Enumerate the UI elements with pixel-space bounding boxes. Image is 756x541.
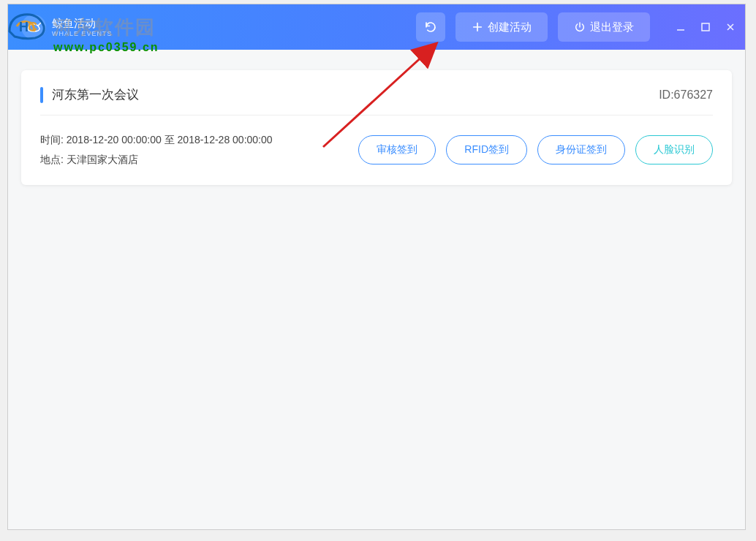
event-actions: 审核签到 RFID签到 身份证签到 人脸识别 (358, 135, 713, 164)
card-header: 河东第一次会议 ID:676327 (40, 86, 713, 116)
content-area: 河东第一次会议 ID:676327 时间: 2018-12-20 00:00:0… (8, 50, 745, 205)
refresh-button[interactable] (416, 12, 445, 42)
time-label: 时间: (40, 134, 64, 145)
event-card: 河东第一次会议 ID:676327 时间: 2018-12-20 00:00:0… (21, 70, 732, 185)
app-name-en: WHALE EVENTS (52, 30, 113, 37)
create-event-label: 创建活动 (488, 20, 532, 34)
face-recognition-button[interactable]: 人脸识别 (635, 135, 713, 164)
title-actions: 创建活动 退出登录 (416, 12, 736, 42)
location-value: 天津国家大酒店 (67, 154, 138, 165)
refresh-icon (424, 20, 437, 34)
event-title: 河东第一次会议 (52, 86, 139, 103)
review-checkin-button[interactable]: 审核签到 (358, 135, 436, 164)
plus-icon (472, 21, 483, 33)
event-details: 时间: 2018-12-20 00:00:00 至 2018-12-28 00:… (40, 130, 273, 169)
window-controls (675, 21, 736, 33)
idcard-checkin-button[interactable]: 身份证签到 (537, 135, 625, 164)
time-value: 2018-12-20 00:00:00 至 2018-12-28 00:00:0… (67, 134, 273, 145)
app-name-cn: 鲸鱼活动 (52, 17, 113, 30)
rfid-checkin-button[interactable]: RFID签到 (446, 135, 527, 164)
create-event-button[interactable]: 创建活动 (456, 12, 548, 42)
svg-rect-2 (702, 23, 709, 31)
maximize-button[interactable] (700, 21, 711, 33)
logout-button[interactable]: 退出登录 (558, 12, 650, 42)
title-accent (40, 87, 43, 103)
card-body: 时间: 2018-12-20 00:00:00 至 2018-12-28 00:… (40, 116, 713, 169)
close-button[interactable] (725, 21, 736, 33)
logout-label: 退出登录 (590, 20, 634, 34)
location-label: 地点: (40, 154, 64, 165)
title-bar: 鲸鱼活动 WHALE EVENTS 创建活动 退出登录 (8, 4, 745, 50)
app-window: 鲸鱼活动 WHALE EVENTS 创建活动 退出登录 (7, 4, 746, 530)
event-id: ID:676327 (659, 88, 713, 102)
whale-icon (21, 15, 46, 39)
minimize-button[interactable] (675, 21, 687, 33)
app-logo: 鲸鱼活动 WHALE EVENTS (21, 15, 113, 39)
power-icon (574, 21, 586, 33)
